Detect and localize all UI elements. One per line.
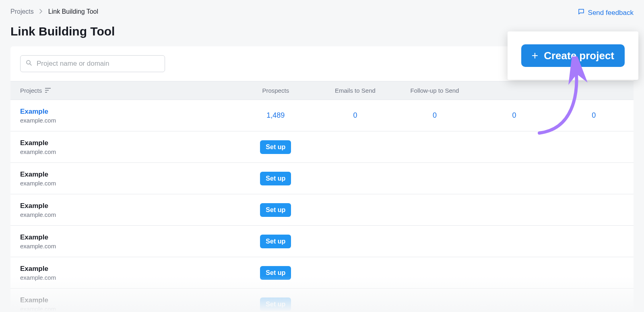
project-cell: Exampleexample.com: [10, 265, 236, 281]
metric-prospects[interactable]: 1,489: [236, 111, 316, 120]
breadcrumb: Projects Link Building Tool: [10, 8, 98, 15]
project-cell: Exampleexample.com: [10, 296, 236, 312]
table-row: Exampleexample.com1,4890000: [10, 100, 634, 131]
table-row: Exampleexample.comSet up: [10, 257, 634, 289]
setup-button[interactable]: Set up: [260, 203, 291, 217]
setup-button[interactable]: Set up: [260, 297, 291, 311]
setup-cell: Set up: [236, 266, 316, 280]
setup-cell: Set up: [236, 172, 316, 185]
search-input[interactable]: [36, 56, 160, 72]
table-header-row: Projects Prospects Emails to Send Follow…: [10, 81, 634, 100]
setup-cell: Set up: [236, 297, 316, 311]
svg-point-0: [27, 60, 30, 64]
metric-emails[interactable]: 0: [316, 111, 395, 120]
setup-button[interactable]: Set up: [260, 172, 291, 185]
send-feedback-label: Send feedback: [588, 9, 634, 17]
project-domain: example.com: [20, 211, 236, 218]
column-header-prospects[interactable]: Prospects: [236, 87, 316, 94]
setup-cell: Set up: [236, 203, 316, 217]
chevron-right-icon: [39, 8, 43, 15]
column-header-project[interactable]: Projects: [10, 87, 236, 94]
plus-icon: +: [532, 50, 538, 61]
table-row: Exampleexample.comSet up: [10, 131, 634, 163]
column-header-followup[interactable]: Follow-up to Send: [395, 87, 475, 94]
table-row: Exampleexample.comSet up: [10, 163, 634, 194]
metric-followup[interactable]: 0: [395, 111, 475, 120]
project-domain: example.com: [20, 243, 236, 250]
metric-col4[interactable]: 0: [475, 111, 554, 120]
project-domain: example.com: [20, 274, 236, 281]
breadcrumb-current: Link Building Tool: [48, 8, 98, 15]
project-name[interactable]: Example: [20, 108, 236, 116]
projects-panel: Projects Prospects Emails to Send Follow…: [10, 46, 634, 312]
project-name: Example: [20, 171, 236, 179]
setup-button[interactable]: Set up: [260, 235, 291, 248]
search-input-wrap[interactable]: [20, 55, 165, 72]
setup-button[interactable]: Set up: [260, 266, 291, 280]
setup-button[interactable]: Set up: [260, 140, 291, 154]
table-row: Exampleexample.comSet up: [10, 194, 634, 226]
project-cell: Exampleexample.com: [10, 202, 236, 218]
project-domain: example.com: [20, 306, 236, 312]
sort-icon: [45, 87, 51, 94]
setup-cell: Set up: [236, 235, 316, 248]
setup-cell: Set up: [236, 140, 316, 154]
project-name: Example: [20, 296, 236, 304]
project-domain: example.com: [20, 148, 236, 155]
create-project-label: Create project: [544, 50, 614, 62]
project-name: Example: [20, 233, 236, 241]
send-feedback-link[interactable]: Send feedback: [578, 8, 634, 17]
project-domain: example.com: [20, 117, 236, 124]
project-name: Example: [20, 265, 236, 273]
project-cell: Exampleexample.com: [10, 139, 236, 155]
project-cell: Exampleexample.com: [10, 171, 236, 187]
project-domain: example.com: [20, 180, 236, 187]
project-cell: Exampleexample.com: [10, 233, 236, 250]
project-cell: Exampleexample.com: [10, 108, 236, 124]
create-project-callout: + Create project: [508, 31, 638, 80]
create-project-button[interactable]: + Create project: [521, 44, 625, 67]
svg-rect-3: [45, 92, 47, 93]
column-header-emails[interactable]: Emails to Send: [316, 87, 395, 94]
search-icon: [25, 59, 36, 68]
breadcrumb-root[interactable]: Projects: [10, 8, 34, 15]
table-row: Exampleexample.comSet up: [10, 226, 634, 257]
svg-rect-2: [45, 90, 49, 91]
project-name: Example: [20, 139, 236, 147]
feedback-icon: [578, 8, 585, 17]
svg-rect-1: [45, 88, 51, 89]
metric-col5[interactable]: 0: [554, 111, 634, 120]
project-name: Example: [20, 202, 236, 210]
table-row: Exampleexample.comSet up: [10, 289, 634, 312]
